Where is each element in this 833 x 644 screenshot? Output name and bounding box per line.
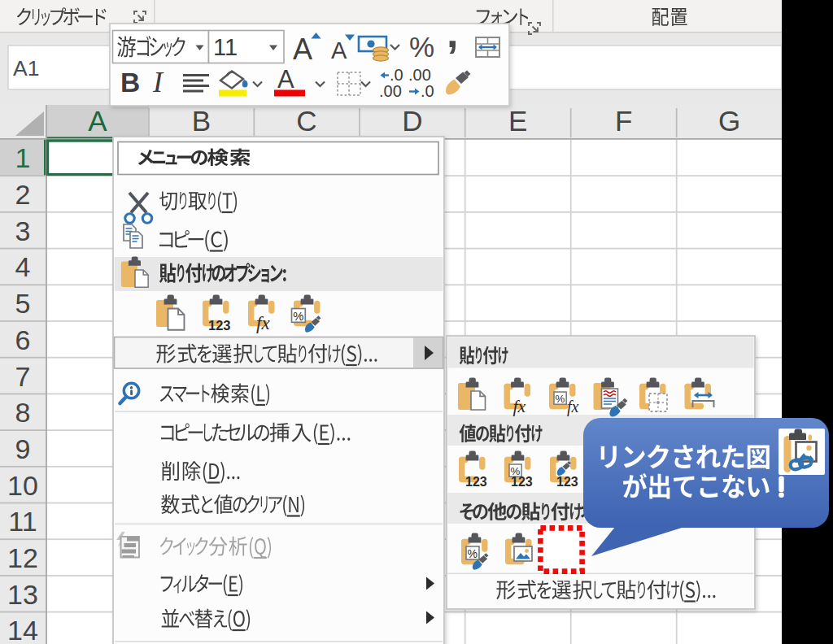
svg-text:B: B <box>120 67 140 98</box>
svg-text:.00: .00 <box>379 82 402 100</box>
svg-text:F: F <box>615 105 632 137</box>
svg-text:D: D <box>402 105 422 137</box>
svg-text:%: % <box>293 310 303 323</box>
svg-text:.0: .0 <box>390 66 403 84</box>
svg-text:%: % <box>468 547 478 560</box>
svg-text:fx: fx <box>513 396 526 416</box>
svg-text:6: 6 <box>15 324 31 355</box>
svg-text:4: 4 <box>15 251 31 282</box>
svg-text:C: C <box>296 105 316 137</box>
svg-text:5: 5 <box>15 288 31 319</box>
svg-text:2: 2 <box>15 179 31 210</box>
svg-text:A: A <box>293 33 312 66</box>
svg-text:123: 123 <box>511 475 533 489</box>
svg-text:1: 1 <box>15 142 31 173</box>
svg-text:11: 11 <box>213 34 238 60</box>
svg-text:11: 11 <box>8 506 37 537</box>
svg-text:12: 12 <box>7 542 38 573</box>
svg-text:fx: fx <box>256 313 270 333</box>
svg-text:%: % <box>556 393 565 405</box>
svg-text:123: 123 <box>556 475 578 489</box>
svg-text:3: 3 <box>15 215 31 246</box>
svg-text:.0: .0 <box>421 82 434 100</box>
svg-text:A: A <box>277 65 294 94</box>
svg-text:10: 10 <box>7 470 38 501</box>
svg-text:.00: .00 <box>408 66 431 84</box>
svg-text:13: 13 <box>7 579 38 610</box>
svg-text:A: A <box>88 105 107 137</box>
svg-text:fx: fx <box>567 398 579 416</box>
svg-text:I: I <box>152 66 164 98</box>
svg-text:9: 9 <box>15 433 31 464</box>
svg-text:%: % <box>409 31 434 63</box>
svg-text:123: 123 <box>208 318 231 333</box>
svg-text:8: 8 <box>15 397 31 428</box>
svg-text:E: E <box>508 105 527 137</box>
svg-text:,: , <box>447 9 458 56</box>
svg-text:123: 123 <box>465 475 487 489</box>
svg-text:A1: A1 <box>13 56 39 80</box>
svg-text:A: A <box>331 37 347 63</box>
svg-text:B: B <box>192 105 211 137</box>
svg-text:G: G <box>718 105 740 137</box>
svg-text:14: 14 <box>7 615 38 644</box>
svg-text:7: 7 <box>15 361 31 392</box>
